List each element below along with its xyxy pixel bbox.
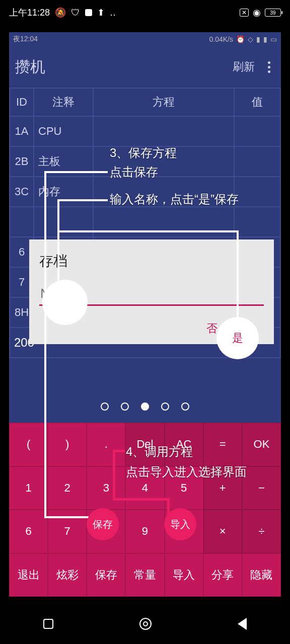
mute-icon: 🔕 [55, 7, 66, 18]
name-input[interactable] [39, 283, 264, 306]
app-bar: 攒机 刷新 [9, 46, 281, 88]
key-ac[interactable]: AC [165, 423, 203, 466]
col-id: ID [10, 88, 34, 116]
key-equals[interactable]: = [203, 423, 242, 466]
key-exit[interactable]: 退出 [9, 553, 48, 597]
dialog-title: 存档 [39, 252, 264, 271]
key-plus[interactable]: + [203, 466, 242, 510]
col-equation: 方程 [93, 88, 234, 116]
key-0[interactable]: 0 [165, 510, 203, 553]
app-screenshot: 夜12:04 0.04K/s ⏰ ◇ ▮ ▮ ▭ 攒机 刷新 ID 注释 方程 … [9, 32, 281, 597]
key-8[interactable]: 8 [87, 510, 125, 553]
android-nav-bar [0, 604, 290, 644]
inner-status-bar: 夜12:04 0.04K/s ⏰ ◇ ▮ ▮ ▭ [9, 32, 281, 46]
table-row[interactable]: 1ACPU [10, 116, 280, 146]
dialog-yes-button[interactable]: 是 [238, 321, 249, 336]
wifi-icon: ◇ [248, 35, 253, 43]
key-2[interactable]: 2 [48, 466, 87, 510]
key-del[interactable]: Del [125, 423, 164, 466]
key-1[interactable]: 1 [9, 466, 48, 510]
back-button[interactable] [238, 618, 247, 630]
close-box-icon: ✕ [240, 9, 249, 17]
inner-time: 夜12:04 [13, 35, 38, 43]
shield-icon: 🛡 [71, 8, 80, 18]
battery-icon: ▭ [270, 35, 277, 43]
col-value: 值 [234, 88, 280, 116]
table-header-row: ID 注释 方程 值 [10, 88, 280, 116]
tutorial-overlay-area: 夜12:04 0.04K/s ⏰ ◇ ▮ ▮ ▭ 攒机 刷新 ID 注释 方程 … [0, 25, 290, 604]
key-4[interactable]: 4 [125, 466, 164, 510]
key-3[interactable]: 3 [87, 466, 125, 510]
signal-icon: ▮ [256, 35, 260, 43]
key-save[interactable]: 保存 [87, 553, 125, 597]
key-rparen[interactable]: ) [48, 423, 87, 466]
pager-dot-active[interactable] [141, 403, 149, 411]
recent-apps-button[interactable] [43, 619, 53, 629]
keypad: ( ) . Del AC = OK 1 2 3 4 5 + − 6 7 8 9 … [9, 423, 281, 597]
key-hide[interactable]: 隐藏 [242, 553, 281, 597]
key-import[interactable]: 导入 [165, 553, 203, 597]
battery-icon: 39 [265, 9, 281, 17]
pager-dot[interactable] [101, 403, 109, 411]
key-const[interactable]: 常量 [125, 553, 164, 597]
col-note: 注释 [34, 88, 93, 116]
key-6[interactable]: 6 [9, 510, 48, 553]
upload-icon: ⬆ [97, 7, 105, 18]
table-row[interactable]: 2B主板 [10, 146, 280, 177]
table-row[interactable] [10, 207, 280, 237]
device-time: 上午11:28 [9, 7, 50, 19]
key-9[interactable]: 9 [125, 510, 164, 553]
key-7[interactable]: 7 [48, 510, 87, 553]
square-icon [85, 9, 92, 16]
overflow-menu-icon[interactable] [263, 61, 275, 73]
key-color[interactable]: 炫彩 [48, 553, 87, 597]
key-multiply[interactable]: × [203, 510, 242, 553]
home-button[interactable] [139, 618, 152, 630]
table-row[interactable]: 3C内存 [10, 177, 280, 207]
key-share[interactable]: 分享 [203, 553, 242, 597]
refresh-button[interactable]: 刷新 [233, 59, 255, 74]
key-lparen[interactable]: ( [9, 423, 48, 466]
tutorial-pager[interactable] [9, 403, 281, 411]
key-ok[interactable]: OK [242, 423, 281, 466]
pager-dot[interactable] [121, 403, 129, 411]
more-icon: ‥ [110, 7, 116, 18]
device-status-bar: 上午11:28 🔕 🛡 ⬆ ‥ ✕ ◉ 39 [0, 0, 290, 25]
save-dialog: 存档 否 是 [29, 239, 274, 344]
wifi-icon: ◉ [253, 7, 261, 18]
signal-icon: ▮ [263, 35, 267, 43]
alarm-icon: ⏰ [236, 35, 245, 43]
key-dot[interactable]: . [87, 423, 125, 466]
pager-dot[interactable] [161, 403, 169, 411]
key-divide[interactable]: ÷ [242, 510, 281, 553]
key-5[interactable]: 5 [165, 466, 203, 510]
dialog-no-button[interactable]: 否 [206, 321, 218, 336]
key-minus[interactable]: − [242, 466, 281, 510]
net-speed: 0.04K/s [209, 35, 233, 43]
pager-dot[interactable] [181, 403, 189, 411]
app-title: 攒机 [15, 57, 233, 77]
